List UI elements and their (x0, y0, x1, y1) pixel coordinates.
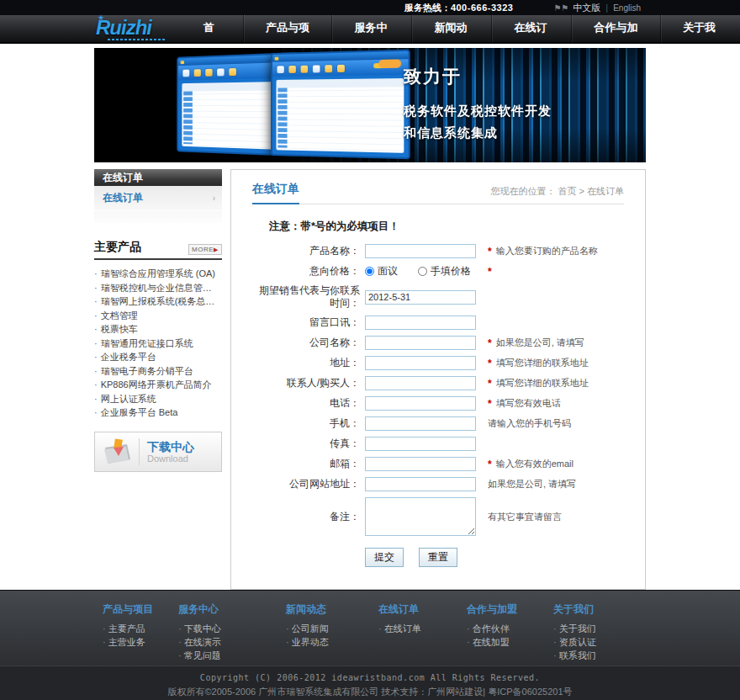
bullet-icon: · (94, 338, 98, 348)
breadcrumb-home-link[interactable]: 首页 (558, 186, 576, 196)
sidebar-product-link[interactable]: ·企业服务平台 Beta (94, 406, 222, 420)
form-row: 手机：请输入您的手机号码 (252, 416, 624, 431)
sidebar-product-link[interactable]: ·文档管理 (94, 309, 222, 323)
sidebar-product-link[interactable]: ·网上认证系统 (94, 392, 222, 406)
field-input[interactable] (365, 316, 476, 330)
banner-line-2: 税务软件及税控软件开发 (404, 100, 552, 122)
nav-item[interactable]: 在线订单 (491, 14, 571, 43)
field-textarea[interactable] (365, 497, 476, 536)
nav-item[interactable]: 服务中心 (331, 14, 411, 43)
field-input[interactable] (365, 244, 476, 258)
sidebar-product-link[interactable]: ·瑞智通用凭证接口系统 (94, 337, 222, 351)
bullet-icon: · (178, 650, 182, 660)
field-input[interactable] (365, 416, 476, 431)
sidebar-product-link[interactable]: ·瑞智网上报税系统(税务总… (94, 294, 222, 309)
field-hint: 有其它事宜请留言 (488, 511, 562, 523)
footer-link[interactable]: ·在线演示 (178, 635, 286, 649)
nav-item[interactable]: 关于我们 (660, 14, 740, 43)
radio-label: 面议 (378, 264, 398, 278)
footer-link-label: 合作伙伴 (473, 623, 510, 634)
radio-option[interactable]: 手填价格 (418, 264, 471, 278)
sidebar-product-link[interactable]: ·瑞智税控机与企业信息管… (94, 281, 222, 295)
radio-option[interactable]: 面议 (365, 264, 398, 278)
footer-column: 合作与加盟·合作伙伴·在线加盟 (467, 602, 553, 662)
bullet-icon: · (94, 379, 98, 390)
footer-link[interactable]: ·合作伙伴 (467, 622, 553, 635)
lang-english-link[interactable]: English (613, 3, 641, 13)
footer-link[interactable]: ·资质认证 (553, 635, 646, 649)
flag-icon: ⚑⚑ (553, 3, 568, 13)
product-link-label: KP886网络开票机产品简介 (101, 379, 212, 390)
hint-text: 填写您详细的联系地址 (496, 357, 589, 369)
footer-link[interactable]: ·关于我们 (553, 622, 646, 635)
hotline-number: 400-666-3323 (451, 3, 514, 13)
form-row: 产品名称：*输入您要订购的产品名称 (252, 244, 624, 258)
footer-link[interactable]: ·在线订单 (378, 622, 467, 635)
field-input[interactable] (365, 437, 476, 451)
nav-item[interactable]: 产品与项目 (243, 14, 332, 43)
submit-button[interactable]: 提交 (365, 548, 404, 567)
download-center-button[interactable]: 下载中心 Download (94, 432, 222, 472)
footer-link[interactable]: ·业界动态 (286, 635, 378, 649)
sidebar-item-online-order[interactable]: 在线订单 › (94, 186, 222, 211)
breadcrumb-current: 在线订单 (587, 186, 624, 196)
nav-item[interactable]: 新闻动态 (411, 14, 491, 43)
page-title: 在线订单 (252, 182, 299, 204)
field-input[interactable] (365, 336, 476, 350)
footer-column-title[interactable]: 合作与加盟 (467, 602, 553, 617)
sidebar-product-link[interactable]: ·瑞智综合应用管理系统 (OA) (94, 267, 222, 281)
cloud-icon (378, 59, 401, 68)
field-input[interactable] (365, 457, 476, 471)
product-link-label: 瑞智综合应用管理系统 (OA) (101, 268, 215, 278)
site-logo[interactable]: ★ Ruizhi (96, 17, 177, 40)
field-label: 联系人/购买人： (252, 377, 360, 390)
required-star-icon: * (488, 398, 492, 410)
sidebar-product-link[interactable]: ·税票快车 (94, 322, 222, 337)
download-center-label: 下载中心 (147, 440, 194, 453)
product-link-label: 企业税务平台 (101, 352, 156, 362)
footer-link[interactable]: ·主营业务 (103, 635, 178, 649)
footer-link[interactable]: ·下载中心 (178, 622, 286, 635)
field-input[interactable] (365, 290, 476, 305)
footer-column-title[interactable]: 服务中心 (178, 602, 286, 617)
footer-column-title[interactable]: 产品与项目 (103, 602, 178, 617)
form-row: 意向价格：面议手填价格* (252, 264, 624, 278)
more-button[interactable]: MORE▶ (188, 244, 222, 255)
field-input[interactable] (365, 376, 476, 390)
footer-link[interactable]: ·主要产品 (103, 622, 178, 635)
radio-input[interactable] (365, 267, 374, 276)
footer-link-label: 关于我们 (559, 623, 596, 634)
chevron-right-icon: › (213, 194, 215, 203)
field-control (365, 356, 479, 370)
field-label: 产品名称： (252, 245, 360, 257)
field-input[interactable] (365, 356, 476, 370)
sidebar-product-link[interactable]: ·企业税务平台 (94, 350, 222, 364)
footer-link[interactable]: ·在线加盟 (467, 635, 553, 649)
banner-line-3: 和信息系统集成 (404, 122, 552, 144)
field-label: 邮箱： (252, 458, 360, 470)
nav-item[interactable]: 合作与加盟 (571, 14, 660, 43)
service-hotline: 服务热线：400-666-3323 (404, 2, 514, 14)
radio-input[interactable] (418, 267, 427, 276)
footer-link[interactable]: ·常见问题 (178, 649, 286, 662)
sidebar-section-title: 在线订单 (94, 169, 222, 186)
field-label: 传真： (252, 438, 360, 450)
reset-button[interactable]: 重置 (419, 548, 457, 567)
sidebar-product-link[interactable]: ·KP886网络开票机产品简介 (94, 378, 222, 392)
lang-chinese-link[interactable]: 中文版 (573, 2, 600, 14)
product-link-label: 税票快车 (101, 324, 138, 334)
nav-item[interactable]: 首页 (182, 14, 243, 43)
hint-text: 输入您有效的email (496, 458, 574, 470)
sidebar-product-link[interactable]: ·瑞智电子商务分销平台 (94, 364, 222, 379)
nav-items: 首页产品与项目服务中心新闻动态在线订单合作与加盟关于我们 (182, 14, 740, 43)
footer-column-title[interactable]: 关于我们 (553, 602, 646, 617)
footer-column-title[interactable]: 新闻动态 (286, 602, 378, 617)
field-input[interactable] (365, 477, 476, 491)
footer-column-title[interactable]: 在线订单 (378, 602, 467, 617)
field-input[interactable] (365, 396, 476, 411)
product-link-label: 企业服务平台 Beta (101, 407, 178, 417)
footer-link[interactable]: ·联系我们 (553, 649, 646, 662)
footer-link[interactable]: ·公司新闻 (286, 622, 378, 635)
footer-copyright: Copyright (C) 2006-2012 ideawristband.co… (0, 666, 740, 700)
product-link-label: 文档管理 (101, 310, 138, 321)
